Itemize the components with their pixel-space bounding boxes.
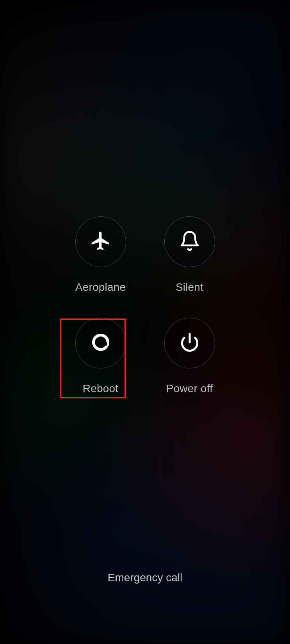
power-icon bbox=[180, 332, 200, 354]
silent-mode-label: Silent bbox=[176, 281, 203, 294]
reboot-button[interactable] bbox=[75, 318, 126, 368]
silent-mode-button[interactable] bbox=[164, 216, 215, 267]
aeroplane-mode-label: Aeroplane bbox=[75, 281, 126, 294]
airplane-icon bbox=[90, 230, 112, 253]
power-off-button[interactable] bbox=[164, 318, 215, 368]
silent-mode-item: Silent bbox=[145, 216, 234, 294]
aeroplane-mode-button[interactable] bbox=[75, 216, 126, 267]
reboot-item: Reboot bbox=[56, 318, 145, 395]
reboot-label: Reboot bbox=[83, 382, 119, 395]
power-off-item: Power off bbox=[145, 318, 234, 395]
emergency-call-label: Emergency call bbox=[108, 571, 182, 584]
power-menu: Aeroplane Silent bbox=[0, 216, 290, 395]
reboot-icon bbox=[91, 332, 111, 354]
bell-icon bbox=[179, 230, 201, 253]
power-off-label: Power off bbox=[166, 382, 213, 395]
emergency-call-button[interactable]: Emergency call bbox=[0, 571, 290, 584]
svg-point-0 bbox=[91, 333, 110, 352]
aeroplane-mode-item: Aeroplane bbox=[56, 216, 145, 294]
